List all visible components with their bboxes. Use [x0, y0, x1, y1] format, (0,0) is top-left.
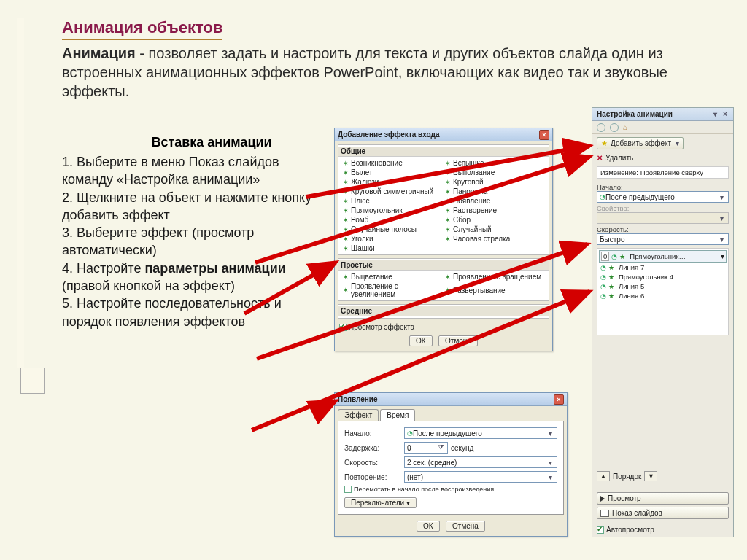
effect-option[interactable]: ✶Проявление с вращением — [444, 272, 546, 281]
effect-list[interactable]: 0 ◔ ★ Прямоугольник… ▾ ◔ ★ Линия 7 ◔ ★ П… — [597, 248, 729, 335]
effect-option[interactable]: ✶Случайный — [444, 225, 546, 234]
dialog-timing: Появление × Эффект Время Начало: ◔ После… — [334, 392, 568, 537]
effect-option[interactable]: ✶Появление — [444, 196, 546, 206]
speed-value: 2 сек. (средне) — [407, 459, 457, 467]
dialog-timing-titlebar: Появление × — [335, 393, 567, 406]
delete-row[interactable]: ✕ Удалить — [592, 152, 733, 163]
repeat-select[interactable]: (нет) ▾ — [404, 471, 557, 483]
dialog-timing-buttons: ОК Отмена — [335, 518, 567, 536]
effect-option[interactable]: ✶Плюс — [341, 196, 444, 206]
star-icon: ★ — [619, 253, 625, 260]
effect-option[interactable]: ✶Уголки — [341, 234, 444, 244]
star-icon: ✶ — [445, 236, 451, 243]
effect-option[interactable]: ✶Жалюзи — [341, 177, 444, 187]
home-icon[interactable]: ⌂ — [623, 123, 627, 131]
effect-list-item[interactable]: 0 ◔ ★ Прямоугольник… ▾ — [599, 250, 727, 262]
effect-option[interactable]: ✶Растворение — [444, 206, 546, 215]
chevron-down-icon: ▾ — [546, 473, 554, 481]
effect-option[interactable]: ✶Часовая стрелка — [444, 234, 546, 244]
add-effect-button[interactable]: ★ Добавить эффект ▾ — [597, 137, 684, 149]
star-icon: ✶ — [343, 287, 349, 294]
nav-fwd-icon[interactable] — [610, 123, 619, 132]
effect-option-label: Часовая стрелка — [453, 235, 510, 243]
effect-list-item[interactable]: ◔ ★ Линия 7 — [599, 262, 727, 272]
group-simple: Простые ✶Выцветание✶Проявление с вращени… — [338, 258, 549, 301]
effect-option-label: Сбор — [453, 216, 471, 224]
close-icon[interactable]: × — [539, 130, 549, 140]
spinner-icon: ⧩ — [436, 443, 445, 452]
chevron-down-icon: ▾ — [717, 193, 726, 201]
tab-effect[interactable]: Эффект — [338, 409, 379, 421]
group-medium: Средние — [338, 304, 549, 319]
effect-option[interactable]: ✶Прямоугольник — [341, 206, 444, 215]
effect-option[interactable]: ✶Вспышка — [444, 158, 546, 168]
chevron-down-icon[interactable]: ▾ — [711, 110, 719, 118]
start-select[interactable]: ◔ После предыдущего ▾ — [404, 427, 557, 439]
preview-effect-checkbox[interactable] — [339, 324, 347, 331]
effect-option-label: Жалюзи — [351, 178, 379, 186]
pane-speed-select[interactable]: Быстро ▾ — [597, 233, 729, 245]
delay-spinner[interactable]: 0 ⧩ — [404, 442, 448, 454]
star-icon: ✶ — [445, 188, 451, 195]
nav-back-icon[interactable] — [597, 123, 605, 132]
effect-option-label: Появление — [453, 197, 490, 205]
delay-row: Задержка: 0 ⧩ секунд — [340, 440, 562, 455]
effect-option[interactable]: ✶Круговой симметричный — [341, 187, 444, 196]
pane-start-select[interactable]: ◔ После предыдущего ▾ — [597, 191, 729, 203]
dialog-timing-tabs: Эффект Время — [338, 409, 564, 421]
rewind-label: Перемотать в начало после воспроизведени… — [354, 486, 494, 493]
ok-button[interactable]: ОК — [417, 521, 440, 532]
start-label: Начало: — [344, 429, 401, 438]
star-icon: ✶ — [445, 207, 451, 214]
move-up-button[interactable]: ▲ — [597, 471, 610, 481]
tab-time[interactable]: Время — [380, 409, 415, 421]
ok-button[interactable]: ОК — [409, 335, 433, 346]
slideshow-button[interactable]: Показ слайдов — [597, 507, 729, 519]
dialog-add-effect-titlebar: Добавление эффекта входа × — [335, 128, 552, 141]
effect-option[interactable]: ✶Сбор — [444, 215, 546, 225]
effect-option[interactable]: ✶Случайные полосы — [341, 225, 444, 234]
triggers-button[interactable]: Переключатели ▾ — [344, 497, 417, 508]
effect-option[interactable]: ✶Панорама — [444, 187, 546, 196]
effect-option[interactable]: ✶Проявление с увеличением — [341, 281, 444, 299]
start-value: После предыдущего — [413, 429, 482, 438]
intro-paragraph: Анимация - позволяет задать и настроить … — [62, 44, 711, 101]
close-icon[interactable]: × — [554, 394, 564, 405]
play-button[interactable]: Просмотр — [597, 492, 729, 505]
effect-list-item[interactable]: ◔ ★ Линия 6 — [599, 291, 727, 300]
effect-option[interactable]: ✶Ромб — [341, 215, 444, 225]
effect-option[interactable]: ✶Выцветание — [341, 272, 444, 281]
speed-select[interactable]: 2 сек. (средне) ▾ — [404, 456, 557, 468]
effect-option[interactable]: ✶Круговой — [444, 177, 546, 187]
move-down-button[interactable]: ▼ — [644, 471, 657, 481]
effect-option[interactable]: ✶Вылет — [341, 168, 444, 177]
star-icon: ✶ — [445, 198, 451, 205]
clock-icon: ◔ — [407, 429, 413, 437]
star-icon: ✶ — [445, 273, 451, 281]
effect-list-item[interactable]: ◔ ★ Линия 5 — [599, 281, 727, 291]
effect-option-label: Выцветание — [351, 273, 392, 281]
effect-option[interactable]: ✶Шашки — [341, 244, 444, 253]
group-common-header: Общие — [338, 147, 549, 157]
star-icon: ✶ — [343, 217, 349, 224]
chevron-down-icon[interactable]: ▾ — [721, 252, 724, 260]
rewind-checkbox[interactable] — [344, 486, 352, 493]
preview-effect-row: Просмотр эффекта — [335, 322, 552, 332]
cancel-button[interactable]: Отмена — [446, 521, 485, 532]
clock-icon: ◔ — [600, 292, 606, 300]
chevron-down-icon: ▾ — [676, 139, 679, 147]
dialog-add-effect-buttons: ОК Отмена — [335, 332, 552, 351]
cancel-button[interactable]: Отмена — [438, 335, 478, 346]
star-icon: ✶ — [343, 198, 349, 205]
add-effect-label: Добавить эффект — [611, 139, 671, 147]
effect-option[interactable]: ✶Возникновение — [341, 158, 444, 168]
effect-option[interactable] — [444, 244, 546, 253]
close-icon[interactable]: × — [721, 110, 729, 118]
effect-option-label: Круговой симметричный — [351, 187, 433, 195]
effect-option[interactable]: ✶Выползание — [444, 168, 546, 177]
effect-option[interactable]: ✶Развертывание — [444, 281, 546, 299]
autopreview-checkbox[interactable] — [597, 526, 604, 534]
effect-option-label: Вспышка — [453, 159, 484, 167]
reorder-row: ▲ Порядок ▼ — [597, 471, 729, 481]
effect-list-item[interactable]: ◔ ★ Прямоугольник 4: … — [599, 272, 727, 281]
